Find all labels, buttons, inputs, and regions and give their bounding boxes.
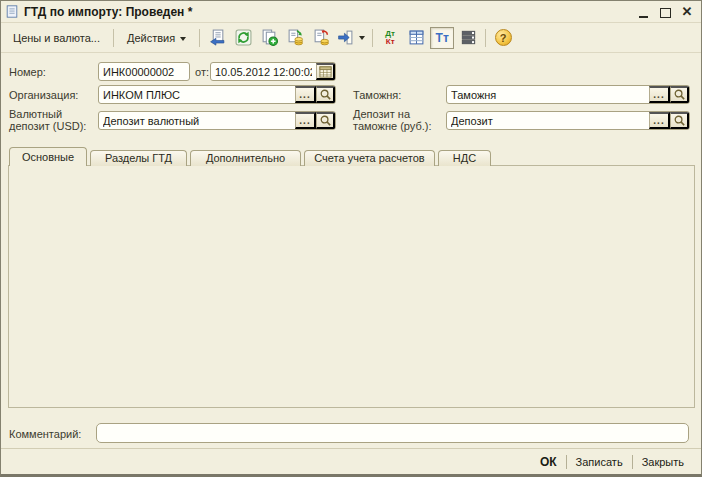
document-icon xyxy=(5,4,19,19)
comment-label: Комментарий: xyxy=(9,428,81,440)
organization-input[interactable] xyxy=(99,86,295,103)
date-field-wrap xyxy=(210,62,336,81)
minimize-button[interactable] xyxy=(637,6,649,18)
date-label: от: xyxy=(195,66,209,78)
dt-kt-postings-icon: ДтКт xyxy=(385,30,395,46)
tab-vat[interactable]: НДС xyxy=(438,150,491,166)
post-document-button[interactable] xyxy=(283,27,307,49)
maximize-button[interactable] xyxy=(659,6,671,18)
actions-button[interactable]: Действия xyxy=(118,28,195,48)
dt-kt-postings-button[interactable]: ДтКт xyxy=(378,27,402,49)
customs-label: Таможня: xyxy=(353,89,401,101)
close-form-button[interactable]: Закрыть xyxy=(633,454,693,470)
title-bar: ГТД по импорту: Проведен * ✕ xyxy=(1,1,701,23)
reread-icon xyxy=(209,29,226,46)
organization-open-button[interactable] xyxy=(316,86,335,103)
customs-deposit-input[interactable] xyxy=(447,112,649,129)
toolbar-separator xyxy=(113,29,114,47)
main-tab-panel xyxy=(8,165,695,408)
organization-field-wrap: ... xyxy=(98,85,336,104)
prices-currency-button[interactable]: Цены и валюта... xyxy=(4,28,109,48)
customs-select-button[interactable]: ... xyxy=(649,86,670,103)
toolbar-separator xyxy=(485,29,486,47)
calendar-icon xyxy=(319,65,332,78)
tab-additional[interactable]: Дополнительно xyxy=(190,150,301,166)
currency-deposit-select-button[interactable]: ... xyxy=(295,112,316,129)
refresh-icon xyxy=(235,29,252,46)
unpost-document-button[interactable] xyxy=(309,27,333,49)
magnifier-icon xyxy=(319,114,332,127)
calendar-button[interactable] xyxy=(316,63,335,80)
help-button[interactable]: ? xyxy=(491,27,515,49)
structure-icon xyxy=(460,29,477,46)
date-input[interactable] xyxy=(211,63,316,80)
document-window: ГТД по импорту: Проведен * ✕ Цены и валю… xyxy=(0,0,702,477)
structure-button[interactable] xyxy=(456,27,480,49)
tab-gtd-sections[interactable]: Разделы ГТД xyxy=(90,150,187,166)
type-settings-icon: Тт xyxy=(436,32,449,44)
customs-input[interactable] xyxy=(447,86,649,103)
footer-divider xyxy=(1,448,701,449)
type-settings-button[interactable]: Тт xyxy=(430,27,454,49)
organization-label: Организация: xyxy=(9,89,78,101)
comment-input[interactable] xyxy=(97,424,688,442)
currency-deposit-open-button[interactable] xyxy=(316,112,335,129)
magnifier-icon xyxy=(319,88,332,101)
tab-accounts[interactable]: Счета учета расчетов xyxy=(304,150,435,166)
reread-button[interactable] xyxy=(205,27,229,49)
customs-deposit-field-wrap: ... xyxy=(446,111,690,130)
currency-deposit-input[interactable] xyxy=(99,112,295,129)
close-button[interactable]: ✕ xyxy=(681,6,693,18)
customs-field-wrap: ... xyxy=(446,85,690,104)
chevron-down-icon xyxy=(180,37,186,41)
unpost-document-icon xyxy=(313,29,330,46)
organization-select-button[interactable]: ... xyxy=(295,86,316,103)
customs-deposit-select-button[interactable]: ... xyxy=(649,112,670,129)
customs-deposit-open-button[interactable] xyxy=(670,112,689,129)
postings-list-button[interactable] xyxy=(404,27,428,49)
ok-button[interactable]: ОК xyxy=(531,453,566,471)
toolbar-separator xyxy=(372,29,373,47)
toolbar: Цены и валюта... Действия xyxy=(1,23,701,53)
customs-deposit-label: Депозит на таможне (руб.): xyxy=(353,108,445,132)
chevron-down-icon xyxy=(359,36,365,40)
window-title: ГТД по импорту: Проведен * xyxy=(24,5,192,19)
copy-add-button[interactable] xyxy=(257,27,281,49)
footer-button-bar: ОК Записать Закрыть xyxy=(531,452,693,472)
number-input[interactable] xyxy=(99,63,189,80)
comment-field-wrap xyxy=(96,423,689,443)
postings-list-icon xyxy=(408,29,425,46)
tab-main[interactable]: Основные xyxy=(9,147,87,166)
currency-deposit-field-wrap: ... xyxy=(98,111,336,130)
currency-deposit-label: Валютный депозит (USD): xyxy=(9,108,95,132)
refresh-button[interactable] xyxy=(231,27,255,49)
number-field-wrap xyxy=(98,62,190,81)
save-button[interactable]: Записать xyxy=(567,454,632,470)
help-icon: ? xyxy=(495,29,512,46)
post-document-icon xyxy=(287,29,304,46)
go-to-button[interactable] xyxy=(335,27,367,49)
customs-open-button[interactable] xyxy=(670,86,689,103)
go-to-icon xyxy=(337,29,354,46)
number-label: Номер: xyxy=(9,66,46,78)
magnifier-icon xyxy=(673,114,686,127)
copy-add-icon xyxy=(261,29,278,46)
toolbar-separator xyxy=(199,29,200,47)
magnifier-icon xyxy=(673,88,686,101)
